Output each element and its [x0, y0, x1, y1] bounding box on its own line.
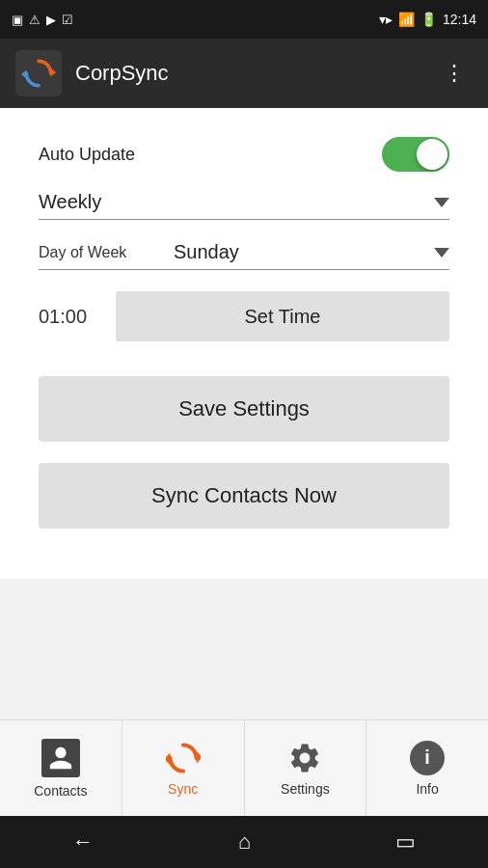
svg-marker-3 [166, 752, 171, 765]
auto-update-toggle[interactable] [382, 137, 449, 172]
auto-update-row: Auto Update [39, 137, 449, 172]
bottom-nav: Contacts Sync Settings i Info [0, 719, 488, 816]
play-icon: ▶ [46, 13, 56, 27]
nav-item-contacts[interactable]: Contacts [0, 720, 122, 816]
sync-contacts-button[interactable]: Sync Contacts Now [39, 463, 449, 529]
contacts-nav-label: Contacts [34, 783, 87, 799]
app-title: CorpSync [75, 61, 169, 86]
info-nav-label: Info [416, 781, 438, 797]
logo-sync-icon [21, 56, 56, 91]
auto-update-label: Auto Update [39, 145, 135, 165]
day-of-week-row[interactable]: Day of Week Sunday [39, 241, 449, 270]
main-content: Auto Update Weekly Day of Week Sunday 01… [0, 108, 488, 579]
save-settings-button[interactable]: Save Settings [39, 376, 449, 442]
day-of-week-label: Day of Week [39, 244, 174, 261]
checkbox-icon: ☑ [62, 13, 73, 27]
sync-nav-label: Sync [168, 781, 198, 797]
settings-nav-label: Settings [281, 781, 330, 797]
toggle-knob [417, 139, 447, 170]
app-bar: CorpSync ⋮ [0, 39, 488, 108]
day-of-week-value: Sunday [174, 241, 428, 263]
home-button[interactable]: ⌂ [238, 829, 251, 854]
recents-button[interactable]: ▭ [395, 829, 416, 854]
frequency-value: Weekly [39, 191, 428, 213]
nav-item-settings[interactable]: Settings [245, 720, 367, 816]
nav-item-sync[interactable]: Sync [122, 720, 245, 816]
clock: 12:14 [443, 12, 476, 27]
status-bar: ▣ ⚠ ▶ ☑ ▾▸ 📶 🔋 12:14 [0, 0, 488, 39]
back-button[interactable]: ← [72, 829, 94, 854]
app-logo [15, 50, 62, 96]
svg-marker-1 [21, 69, 26, 78]
battery-icon: 🔋 [420, 12, 437, 27]
overflow-menu-button[interactable]: ⋮ [436, 53, 473, 94]
time-value: 01:00 [39, 306, 96, 328]
svg-marker-0 [51, 68, 56, 77]
time-row: 01:00 Set Time [39, 291, 449, 341]
svg-marker-2 [196, 750, 201, 763]
nav-item-info[interactable]: i Info [366, 720, 488, 816]
wifi-icon: ▾▸ [379, 12, 393, 27]
status-bar-right: ▾▸ 📶 🔋 12:14 [379, 12, 476, 27]
contacts-person-icon [47, 745, 74, 772]
system-bar: ← ⌂ ▭ [0, 816, 488, 868]
sync-nav-icon [166, 741, 201, 775]
app-bar-left: CorpSync [15, 50, 169, 96]
status-bar-left: ▣ ⚠ ▶ ☑ [12, 13, 73, 27]
signal-icon: 📶 [398, 12, 415, 27]
set-time-button[interactable]: Set Time [116, 291, 449, 341]
warning-icon: ⚠ [29, 13, 41, 27]
frequency-dropdown-arrow [434, 198, 449, 207]
contacts-icon [41, 739, 80, 777]
frequency-dropdown[interactable]: Weekly [39, 191, 449, 220]
screen-icon: ▣ [12, 13, 23, 27]
settings-gear-icon [287, 741, 322, 775]
info-icon: i [410, 741, 445, 775]
day-of-week-dropdown-arrow [434, 248, 449, 258]
